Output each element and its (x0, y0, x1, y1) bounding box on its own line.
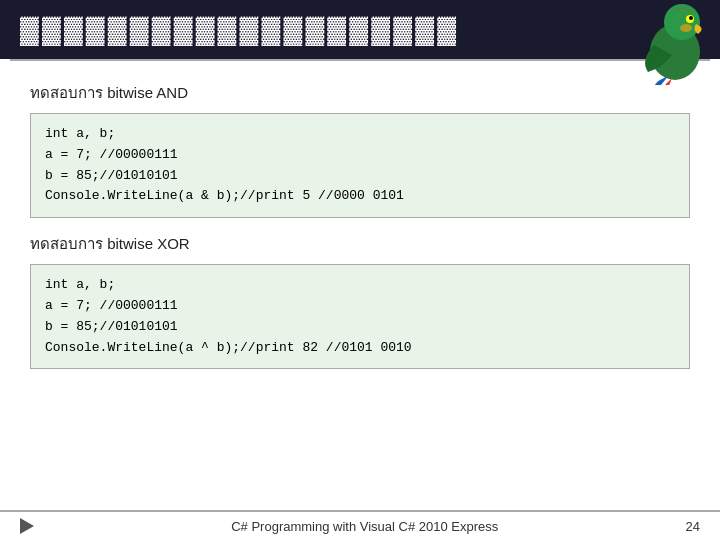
svg-point-4 (680, 24, 692, 32)
slide: ▓▓▓▓▓▓▓▓▓▓▓▓▓▓▓▓▓▓▓▓ ทดสอบก (0, 0, 720, 540)
play-icon (20, 518, 34, 534)
code-and-line1: int a, b; (45, 126, 115, 141)
footer-text: C# Programming with Visual C# 2010 Expre… (44, 519, 686, 534)
svg-point-3 (689, 16, 693, 20)
content-area: ทดสอบการ bitwise AND int a, b; a = 7; //… (0, 61, 720, 369)
code-and-line3: b = 85;//01010101 (45, 168, 178, 183)
code-xor-line2: a = 7; //00000111 (45, 298, 178, 313)
svg-point-1 (664, 4, 700, 40)
section-and-title: ทดสอบการ bitwise AND (30, 81, 690, 105)
code-xor-line4: Console.WriteLine(a ^ b);//print 82 //01… (45, 340, 412, 355)
parrot-icon (620, 0, 720, 85)
code-xor-line1: int a, b; (45, 277, 115, 292)
code-block-and: int a, b; a = 7; //00000111 b = 85;//010… (30, 113, 690, 218)
parrot-decoration (620, 0, 720, 85)
code-block-xor: int a, b; a = 7; //00000111 b = 85;//010… (30, 264, 690, 369)
code-and-line2: a = 7; //00000111 (45, 147, 178, 162)
page-number: 24 (686, 519, 700, 534)
footer: C# Programming with Visual C# 2010 Expre… (0, 510, 720, 540)
code-xor-line3: b = 85;//01010101 (45, 319, 178, 334)
code-and-line4: Console.WriteLine(a & b);//print 5 //000… (45, 188, 404, 203)
title-bar: ▓▓▓▓▓▓▓▓▓▓▓▓▓▓▓▓▓▓▓▓ (0, 0, 720, 59)
section-xor-title: ทดสอบการ bitwise XOR (30, 232, 690, 256)
title-text: ▓▓▓▓▓▓▓▓▓▓▓▓▓▓▓▓▓▓▓▓ (20, 14, 459, 44)
